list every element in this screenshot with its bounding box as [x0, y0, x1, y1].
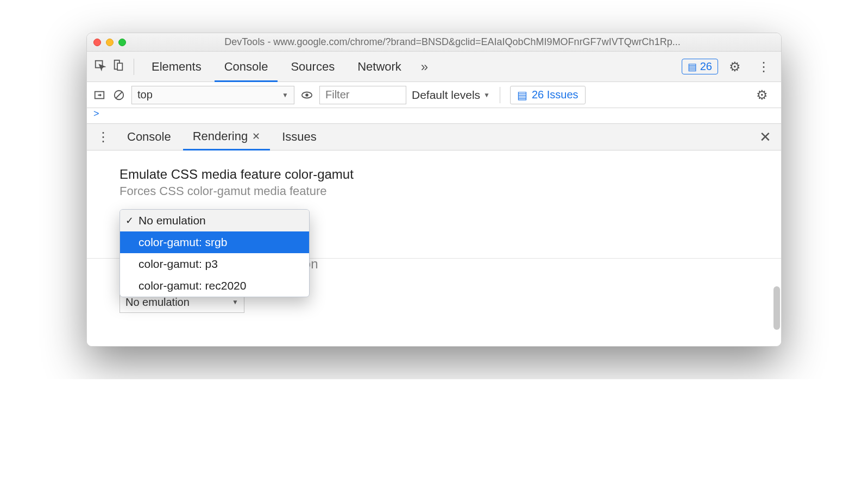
devtools-window: DevTools - www.google.com/chrome/?brand=… [86, 33, 782, 347]
settings-icon[interactable]: ⚙ [721, 59, 749, 74]
execution-context-select[interactable]: top ▼ [131, 86, 294, 104]
issues-count-text: 26 [700, 60, 712, 73]
chevron-down-icon: ▼ [232, 298, 238, 306]
close-drawer-icon[interactable]: ✕ [754, 129, 777, 146]
color-gamut-dropdown[interactable]: No emulation color-gamut: srgb color-gam… [119, 209, 310, 297]
issues-icon: ▤ [688, 61, 697, 73]
divider [500, 87, 500, 103]
levels-label: Default levels [412, 89, 480, 102]
color-gamut-subtitle: Forces CSS color-gamut media feature [119, 184, 749, 198]
issues-button[interactable]: ▤ 26 Issues [510, 86, 586, 104]
tab-network[interactable]: Network [348, 52, 411, 82]
console-settings-icon[interactable]: ⚙ [749, 87, 776, 103]
issues-icon: ▤ [517, 89, 527, 102]
chevron-down-icon: ▼ [483, 91, 490, 99]
svg-rect-2 [117, 63, 122, 70]
tab-elements[interactable]: Elements [142, 52, 211, 82]
console-filter-input[interactable] [319, 86, 406, 104]
clear-console-icon[interactable] [112, 88, 126, 102]
drawer-tabbar: ⋮ Console Rendering ✕ Issues ✕ [87, 123, 781, 150]
context-value: top [137, 89, 153, 101]
close-tab-icon[interactable]: ✕ [252, 123, 260, 150]
minimize-window-button[interactable] [106, 39, 114, 46]
prompt-chevron-icon: > [93, 108, 99, 119]
log-levels-select[interactable]: Default levels ▼ [412, 89, 490, 102]
inspect-element-icon[interactable] [92, 59, 108, 74]
vision-select-value: No emulation [125, 296, 190, 309]
scrollbar-thumb[interactable] [773, 286, 780, 330]
divider [134, 59, 134, 75]
issues-counter[interactable]: ▤ 26 [682, 59, 718, 74]
svg-point-6 [305, 93, 309, 97]
drawer-tab-issues[interactable]: Issues [272, 123, 326, 150]
close-window-button[interactable] [93, 39, 101, 46]
more-tabs-icon[interactable]: » [414, 59, 435, 74]
drawer-tab-rendering[interactable]: Rendering ✕ [183, 123, 271, 150]
console-toolbar: top ▼ Default levels ▼ ▤ 26 Issues ⚙ [87, 82, 781, 108]
console-prompt[interactable]: > [87, 108, 781, 123]
zoom-window-button[interactable] [118, 39, 126, 46]
live-expression-icon[interactable] [300, 88, 314, 102]
color-gamut-title: Emulate CSS media feature color-gamut [119, 167, 749, 182]
device-toolbar-icon[interactable] [111, 59, 126, 74]
tab-console[interactable]: Console [215, 52, 278, 82]
window-title: DevTools - www.google.com/chrome/?brand=… [130, 36, 775, 48]
main-menu-icon[interactable]: ⋮ [752, 59, 776, 74]
titlebar: DevTools - www.google.com/chrome/?brand=… [87, 33, 781, 52]
console-sidebar-toggle-icon[interactable] [92, 88, 106, 102]
drawer-tab-console[interactable]: Console [117, 123, 181, 150]
dropdown-option-p3[interactable]: color-gamut: p3 [120, 253, 309, 275]
dropdown-option-rec2020[interactable]: color-gamut: rec2020 [120, 275, 309, 297]
dropdown-option-no-emulation[interactable]: No emulation [120, 210, 309, 231]
rendering-panel: Emulate CSS media feature color-gamut Fo… [87, 150, 781, 346]
main-toolbar: Elements Console Sources Network » ▤ 26 … [87, 52, 781, 82]
traffic-lights [93, 39, 126, 46]
chevron-down-icon: ▼ [282, 91, 288, 99]
tab-sources[interactable]: Sources [281, 52, 344, 82]
drawer-menu-icon[interactable]: ⋮ [91, 129, 115, 145]
issues-button-label: 26 Issues [532, 89, 578, 101]
dropdown-option-srgb[interactable]: color-gamut: srgb [120, 231, 309, 253]
